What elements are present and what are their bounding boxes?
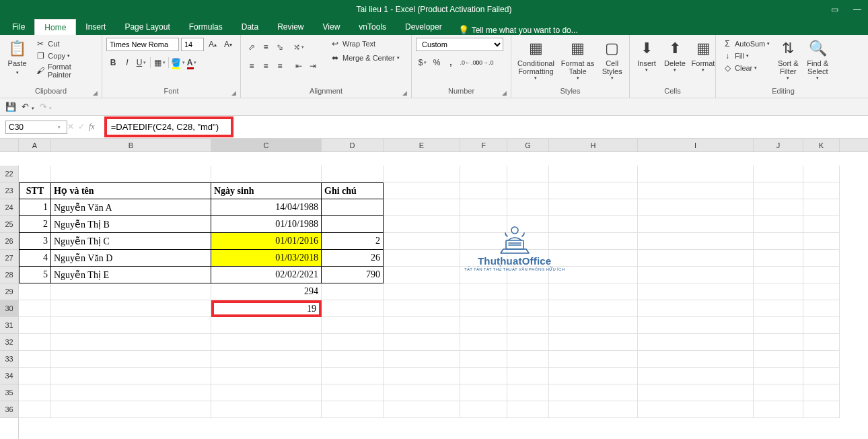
cancel-formula-icon[interactable]: ✕ <box>67 122 74 132</box>
paste-button[interactable]: 📋 Paste▾ <box>4 38 30 77</box>
row-header[interactable]: 24 <box>0 199 18 216</box>
cell[interactable]: 01/10/1988 <box>211 216 322 233</box>
cell[interactable] <box>549 368 638 384</box>
row-header[interactable]: 29 <box>0 283 18 300</box>
cell[interactable] <box>549 334 638 351</box>
row-header[interactable]: 32 <box>0 334 18 351</box>
increase-indent-icon[interactable]: ⇥ <box>306 59 320 73</box>
cell[interactable] <box>19 317 51 334</box>
col-header-g[interactable]: G <box>507 139 549 151</box>
cell[interactable] <box>51 401 211 418</box>
cell[interactable] <box>803 368 840 384</box>
cell[interactable] <box>322 317 384 334</box>
cell[interactable] <box>549 300 638 317</box>
align-center-icon[interactable]: ≡ <box>259 59 273 73</box>
align-right-icon[interactable]: ≡ <box>273 59 287 73</box>
conditional-formatting-button[interactable]: ▦Conditional Formatting▾ <box>515 38 556 81</box>
align-bottom-icon[interactable]: ⬂ <box>273 40 287 54</box>
dialog-launcher-icon[interactable]: ◢ <box>93 90 98 96</box>
dialog-launcher-icon[interactable]: ◢ <box>231 90 236 96</box>
format-painter-button[interactable]: 🖌Format Painter <box>33 62 98 79</box>
cell[interactable]: 4 <box>19 250 51 267</box>
cell[interactable] <box>384 351 460 368</box>
format-as-table-button[interactable]: ▦Format as Table▾ <box>559 38 597 81</box>
bold-button[interactable]: B <box>106 56 120 69</box>
cell[interactable] <box>549 182 638 199</box>
row-header[interactable]: 28 <box>0 267 18 283</box>
col-header-k[interactable]: K <box>803 139 840 151</box>
cell[interactable] <box>638 384 754 401</box>
cell[interactable] <box>507 351 549 368</box>
align-middle-icon[interactable]: ≡ <box>259 40 273 54</box>
col-header-e[interactable]: E <box>384 139 460 151</box>
cell[interactable]: Nguyễn Văn A <box>51 199 211 216</box>
cell[interactable] <box>638 267 754 283</box>
decrease-indent-icon[interactable]: ⇤ <box>292 59 305 73</box>
cell[interactable] <box>384 199 460 216</box>
cell[interactable] <box>322 368 384 384</box>
cell[interactable] <box>754 401 803 418</box>
cell-styles-button[interactable]: ▢Cell Styles▾ <box>599 38 625 81</box>
row-header[interactable]: 22 <box>0 166 18 182</box>
row-header[interactable]: 35 <box>0 384 18 401</box>
wrap-text-button[interactable]: ↩Wrap Text <box>328 38 402 50</box>
cell[interactable] <box>638 368 754 384</box>
cell[interactable]: Ghi chú <box>322 182 384 199</box>
cell[interactable] <box>211 368 322 384</box>
cell[interactable] <box>638 233 754 250</box>
cell[interactable]: 2 <box>322 233 384 250</box>
tab-formulas[interactable]: Formulas <box>180 19 232 35</box>
cell[interactable] <box>638 334 754 351</box>
cell[interactable] <box>19 283 51 300</box>
cell[interactable] <box>211 351 322 368</box>
cell[interactable] <box>638 199 754 216</box>
cell[interactable] <box>638 401 754 418</box>
cell[interactable]: 790 <box>322 267 384 283</box>
cell[interactable]: Nguyễn Thị B <box>51 216 211 233</box>
cell[interactable] <box>754 199 803 216</box>
cell[interactable] <box>322 334 384 351</box>
cell[interactable] <box>638 250 754 267</box>
insert-function-button[interactable]: fx <box>89 122 95 132</box>
cell[interactable] <box>507 199 549 216</box>
row-header[interactable]: 27 <box>0 250 18 267</box>
cell[interactable] <box>507 401 549 418</box>
cell[interactable] <box>803 199 840 216</box>
cell[interactable] <box>803 384 840 401</box>
copy-button[interactable]: ❐Copy ▾ <box>33 50 98 62</box>
spreadsheet-grid[interactable]: 22 23 24 25 26 27 28 29 30 31 32 33 34 3… <box>0 166 868 439</box>
align-left-icon[interactable]: ≡ <box>245 59 258 73</box>
comma-format-icon[interactable]: , <box>444 56 458 69</box>
tell-me-search[interactable]: 💡 Tell me what you want to do... <box>451 25 585 35</box>
cell[interactable] <box>507 334 549 351</box>
cell[interactable]: STT <box>19 182 51 199</box>
cell[interactable] <box>754 384 803 401</box>
cell[interactable]: 01/01/2016 <box>211 233 322 250</box>
cell[interactable] <box>211 317 322 334</box>
accounting-format-icon[interactable]: $ <box>416 56 429 69</box>
cell[interactable]: 5 <box>19 267 51 283</box>
cell[interactable] <box>803 300 840 317</box>
row-header[interactable]: 30 <box>0 300 18 317</box>
dialog-launcher-icon[interactable]: ◢ <box>502 90 507 96</box>
cell[interactable] <box>460 317 507 334</box>
cell[interactable]: 294 <box>211 283 322 300</box>
tab-page-layout[interactable]: Page Layout <box>115 19 179 35</box>
undo-button[interactable]: ↶ ▾ <box>22 102 34 112</box>
row-header[interactable]: 36 <box>0 401 18 418</box>
cell[interactable] <box>754 250 803 267</box>
cell[interactable] <box>638 182 754 199</box>
autosum-button[interactable]: ΣAutoSum ▾ <box>720 38 772 50</box>
cell[interactable] <box>507 317 549 334</box>
cell[interactable] <box>51 334 211 351</box>
cell[interactable] <box>507 182 549 199</box>
row-header[interactable]: 31 <box>0 317 18 334</box>
tab-view[interactable]: View <box>314 19 350 35</box>
tab-insert[interactable]: Insert <box>76 19 115 35</box>
row-header[interactable]: 34 <box>0 368 18 384</box>
cell[interactable] <box>322 216 384 233</box>
dialog-launcher-icon[interactable]: ◢ <box>402 90 407 96</box>
row-header[interactable]: 23 <box>0 182 18 199</box>
cell[interactable] <box>803 182 840 199</box>
cell[interactable] <box>549 283 638 300</box>
